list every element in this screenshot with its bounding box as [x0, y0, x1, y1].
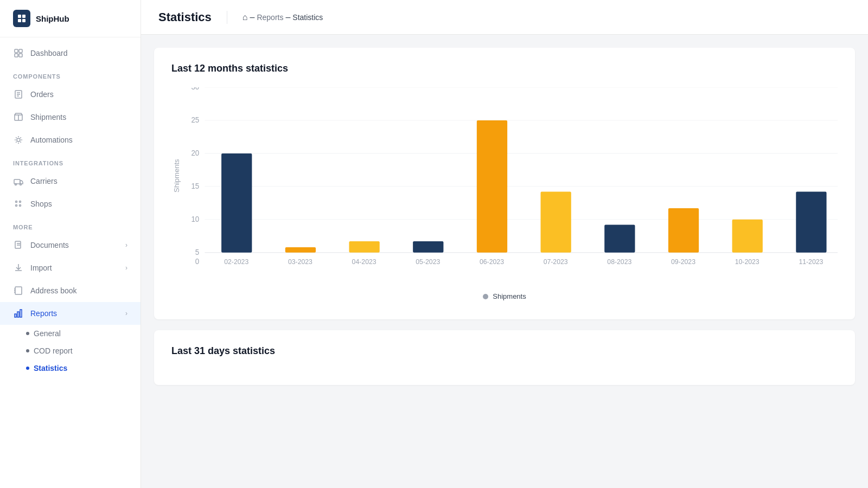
general-bullet [26, 332, 29, 335]
import-label: Import [30, 264, 52, 272]
chart-legend: Shipments [171, 292, 838, 300]
bar-09-2023 [668, 208, 699, 253]
svg-rect-4 [15, 49, 18, 53]
svg-rect-24 [15, 287, 22, 294]
bar-03-2023 [285, 247, 316, 253]
bar-06-2023 [477, 120, 507, 253]
documents-label: Documents [30, 241, 69, 249]
sidebar-item-shops[interactable]: Shops [0, 192, 141, 215]
chart-31days-title: Last 31 days statistics [171, 345, 838, 357]
sidebar: ShipHub Dashboard COMPONENTS Orders Ship… [0, 0, 141, 488]
svg-rect-0 [18, 15, 21, 18]
sidebar-item-import[interactable]: Import › [0, 256, 141, 279]
svg-text:10-2023: 10-2023 [735, 258, 760, 266]
reports-label: Reports [30, 309, 57, 318]
chart-12months-title: Last 12 months statistics [171, 63, 838, 74]
sidebar-item-reports[interactable]: Reports › [0, 302, 141, 325]
section-more: MORE [0, 215, 141, 234]
sidebar-item-automations[interactable]: Automations [0, 129, 141, 151]
statistics-bullet [26, 367, 29, 370]
shops-label: Shops [30, 200, 52, 208]
svg-rect-2 [18, 19, 21, 22]
svg-text:11-2023: 11-2023 [799, 258, 823, 266]
svg-text:09-2023: 09-2023 [671, 258, 695, 266]
bar-08-2023 [604, 225, 635, 253]
orders-icon [13, 89, 24, 100]
automations-icon [13, 134, 24, 145]
breadcrumb: ⌂ – Reports – Statistics [242, 12, 323, 22]
reports-icon [13, 308, 24, 319]
sidebar-item-carriers[interactable]: Carriers [0, 170, 141, 192]
breadcrumb-sep-2: – [285, 12, 290, 22]
sidebar-subitem-cod-report[interactable]: COD report [0, 342, 141, 359]
home-icon[interactable]: ⌂ [242, 12, 248, 22]
svg-rect-29 [17, 312, 19, 317]
app-name: ShipHub [36, 14, 69, 23]
cod-report-label: COD report [34, 346, 73, 355]
section-integrations: INTEGRATIONS [0, 151, 141, 170]
svg-point-18 [20, 201, 21, 203]
chart-svg: 30 25 20 15 10 5 0 Shipments 02-2023 03-… [171, 87, 838, 288]
svg-rect-28 [15, 314, 16, 317]
chart-12months-card: Last 12 months statistics 30 25 20 1 [154, 48, 855, 319]
bar-02-2023 [221, 153, 252, 253]
chart-12months-container: 30 25 20 15 10 5 0 Shipments 02-2023 03-… [171, 87, 838, 304]
section-components: COMPONENTS [0, 65, 141, 83]
shops-icon [13, 198, 24, 209]
svg-text:20: 20 [191, 149, 199, 157]
sidebar-item-documents[interactable]: Documents › [0, 234, 141, 256]
import-icon [13, 262, 24, 273]
reports-arrow: › [125, 310, 127, 317]
address-book-label: Address book [30, 286, 77, 295]
documents-arrow: › [125, 241, 127, 249]
svg-text:02-2023: 02-2023 [224, 258, 248, 266]
app-logo [13, 10, 30, 27]
sidebar-item-orders[interactable]: Orders [0, 83, 141, 106]
shipments-icon [13, 112, 24, 123]
page-title: Statistics [158, 10, 212, 24]
sidebar-subitem-general[interactable]: General [0, 325, 141, 342]
svg-point-17 [16, 201, 17, 203]
svg-text:04-2023: 04-2023 [352, 258, 376, 266]
dashboard-label: Dashboard [30, 49, 68, 57]
cod-report-bullet [26, 349, 29, 352]
svg-text:5: 5 [195, 248, 200, 256]
svg-point-15 [15, 184, 17, 185]
svg-rect-3 [22, 19, 25, 22]
svg-rect-7 [19, 54, 22, 57]
svg-rect-5 [19, 49, 22, 53]
breadcrumb-divider [227, 11, 227, 24]
svg-text:30: 30 [191, 87, 199, 91]
carriers-label: Carriers [30, 177, 58, 185]
content-area: Last 12 months statistics 30 25 20 1 [141, 35, 868, 488]
svg-text:07-2023: 07-2023 [544, 258, 568, 266]
sidebar-item-dashboard[interactable]: Dashboard [0, 42, 141, 65]
import-arrow: › [125, 264, 127, 272]
svg-text:06-2023: 06-2023 [480, 258, 504, 266]
svg-rect-6 [15, 54, 18, 57]
sidebar-subitem-statistics[interactable]: Statistics [0, 359, 141, 377]
dashboard-icon [13, 48, 24, 59]
sidebar-item-address-book[interactable]: Address book [0, 279, 141, 302]
svg-text:10: 10 [191, 215, 199, 223]
main-content: Statistics ⌂ – Reports – Statistics Last… [141, 0, 868, 488]
svg-rect-14 [14, 179, 20, 184]
svg-rect-30 [20, 310, 22, 317]
svg-text:Shipments: Shipments [174, 159, 181, 192]
documents-icon [13, 240, 24, 251]
svg-point-16 [20, 184, 22, 185]
chart-31days-card: Last 31 days statistics [154, 330, 855, 385]
topbar: Statistics ⌂ – Reports – Statistics [141, 0, 868, 35]
sidebar-item-shipments[interactable]: Shipments [0, 106, 141, 129]
legend-label-shipments: Shipments [493, 292, 526, 300]
shipments-label: Shipments [30, 113, 66, 121]
breadcrumb-reports[interactable]: Reports [257, 13, 283, 22]
sidebar-nav: Dashboard COMPONENTS Orders Shipments Au… [0, 37, 141, 381]
bar-05-2023 [413, 241, 443, 253]
svg-text:05-2023: 05-2023 [416, 258, 440, 266]
svg-text:03-2023: 03-2023 [288, 258, 312, 266]
sidebar-logo: ShipHub [0, 0, 141, 37]
svg-point-20 [20, 205, 21, 207]
breadcrumb-sep-1: – [250, 12, 255, 22]
svg-rect-1 [22, 15, 25, 18]
